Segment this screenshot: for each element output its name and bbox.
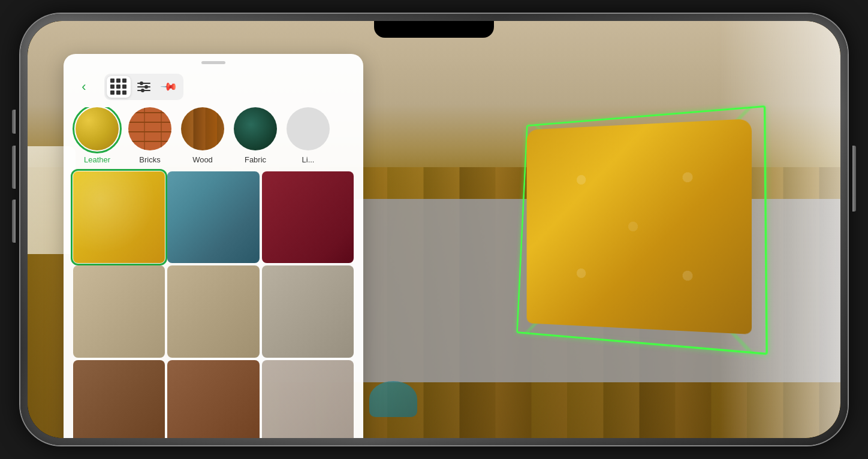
texture-tile-yellow-leather[interactable]: [73, 171, 165, 263]
leather-label: Leather: [84, 155, 110, 164]
toolbar-icon-group: 📌: [104, 74, 183, 100]
texture-tile-teal-leather[interactable]: [167, 171, 259, 263]
volume-up-button[interactable]: [12, 146, 16, 189]
bricks-circle: [128, 107, 171, 150]
categories-row: Leather Bricks Wood: [64, 107, 363, 164]
texture-tile-darkred-leather[interactable]: [262, 171, 354, 263]
sliders-icon: [137, 83, 150, 91]
grid-dot: [122, 84, 126, 89]
wood-texture: [181, 107, 224, 150]
leather-texture: [76, 107, 119, 150]
phone-frame: ‹: [20, 14, 848, 445]
slider-line-1: [137, 83, 150, 84]
category-bricks[interactable]: Bricks: [126, 107, 174, 164]
grid-icon: [110, 78, 127, 95]
category-linen[interactable]: Li...: [284, 107, 332, 164]
back-button[interactable]: ‹: [73, 76, 95, 98]
pin-button[interactable]: 📌: [157, 76, 181, 98]
slider-line-2: [137, 86, 150, 87]
grid-dot: [110, 84, 114, 89]
wood-label: Wood: [192, 155, 213, 164]
bricks-label: Bricks: [139, 155, 160, 164]
linen-texture: [287, 107, 330, 150]
sliders-button[interactable]: [132, 76, 156, 98]
panel-toolbar: ‹: [64, 69, 363, 107]
volume-silent-button[interactable]: [12, 110, 16, 134]
grid-dot: [122, 78, 126, 83]
texture-grid: [64, 164, 363, 438]
fabric-label: Fabric: [245, 155, 266, 164]
texture-tile-brown1[interactable]: [73, 360, 165, 438]
texture-tile-beige3[interactable]: [262, 265, 354, 357]
back-chevron-icon: ‹: [82, 79, 86, 95]
texture-tile-beige1[interactable]: [73, 265, 165, 357]
grid-dot: [110, 90, 114, 95]
volume-down-button[interactable]: [12, 200, 16, 243]
slider-line-3: [137, 90, 150, 91]
linen-circle: [287, 107, 330, 150]
ar-screen: ‹: [28, 21, 840, 438]
texture-tile-brown2[interactable]: [167, 360, 259, 438]
ar-chair: [527, 119, 752, 334]
grid-dot: [116, 90, 120, 95]
bricks-texture: [128, 107, 171, 150]
power-button[interactable]: [852, 146, 856, 212]
grid-dot: [116, 84, 120, 89]
panel-drag-handle[interactable]: [201, 61, 225, 64]
fabric-texture: [234, 107, 277, 150]
grid-dot: [122, 90, 126, 95]
texture-tile-beige2[interactable]: [167, 265, 259, 357]
leather-circle: [76, 107, 119, 150]
wood-circle: [181, 107, 224, 150]
linen-label: Li...: [302, 155, 315, 164]
category-fabric[interactable]: Fabric: [231, 107, 279, 164]
grid-dot: [110, 78, 114, 83]
category-wood[interactable]: Wood: [179, 107, 227, 164]
ar-chair-container[interactable]: [507, 113, 759, 340]
notch: [374, 21, 494, 38]
category-leather[interactable]: Leather: [73, 107, 121, 164]
grid-dot: [116, 78, 120, 83]
texture-tile-brown3[interactable]: [262, 360, 354, 438]
material-panel: ‹: [64, 54, 363, 438]
ar-teal-object: [369, 381, 417, 417]
pin-icon: 📌: [159, 77, 178, 96]
phone-screen: ‹: [28, 21, 840, 438]
fabric-circle: [234, 107, 277, 150]
grid-view-button[interactable]: [107, 76, 131, 98]
